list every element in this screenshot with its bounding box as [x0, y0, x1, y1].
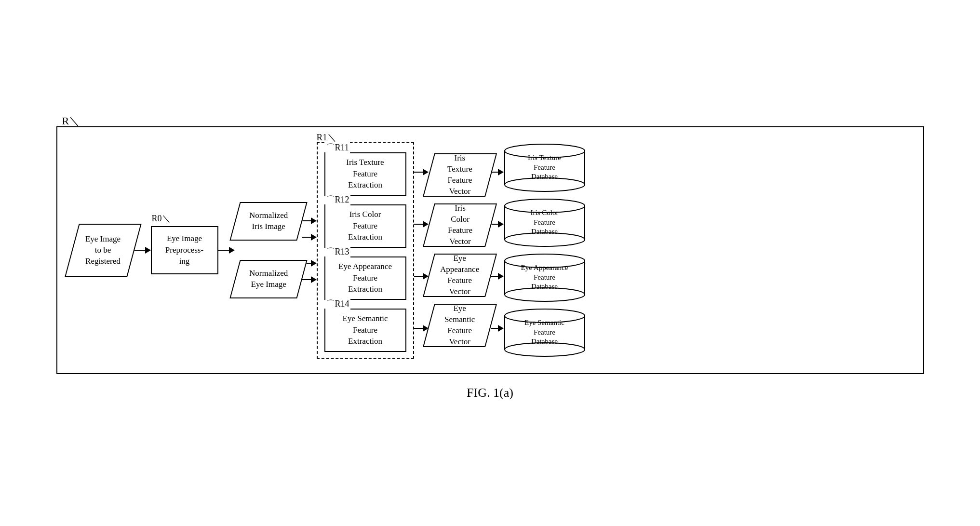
figure-caption: FIG. 1(a)	[56, 386, 924, 400]
diagram-border: R＼ Eye Imageto beRegistered R0＼ Eye Imag…	[56, 126, 924, 374]
iris-texture-extraction: Iris TextureFeatureExtraction	[324, 152, 406, 196]
page-container: R＼ Eye Imageto beRegistered R0＼ Eye Imag…	[56, 126, 924, 400]
dashed-extraction-box: ⌒R11 Iris TextureFeatureExtraction ⌒R12 …	[317, 142, 414, 359]
eye-appearance-extraction: Eye AppearanceFeatureExtraction	[324, 256, 406, 300]
eye-semantic-vector: EyeSemanticFeatureVector	[422, 304, 497, 347]
eye-semantic-extraction: Eye SemanticFeatureExtraction	[324, 309, 406, 352]
iris-color-vector: IrisColorFeatureVector	[422, 203, 497, 247]
label-r14: ⌒R14	[325, 298, 350, 310]
normalized-iris-node: NormalizedIris Image	[229, 202, 307, 241]
label-r13: ⌒R13	[325, 246, 350, 257]
iris-color-database: Iris ColorFeatureDatabase	[504, 199, 586, 247]
eye-image-node: Eye Imageto beRegistered	[65, 224, 141, 277]
eye-appearance-database: Eye AppearanceFeatureDatabase	[504, 254, 586, 302]
label-r11: ⌒R11	[325, 142, 350, 153]
iris-texture-database: Iris TextureFeatureDatabase	[504, 144, 586, 192]
eye-semantic-database: Eye SemanticFeatureDatabase	[504, 309, 586, 357]
preprocessing-node: Eye ImagePreprocess-ing	[151, 226, 218, 274]
normalized-eye-node: NormalizedEye Image	[229, 260, 307, 298]
label-r: R＼	[62, 114, 80, 128]
iris-texture-vector: IrisTextureFeatureVector	[422, 153, 497, 197]
iris-color-extraction: Iris ColorFeatureExtraction	[324, 204, 406, 248]
label-r0: R0＼	[152, 213, 171, 224]
eye-appearance-vector: EyeAppearanceFeatureVector	[422, 254, 497, 297]
label-r12: ⌒R12	[325, 194, 350, 205]
